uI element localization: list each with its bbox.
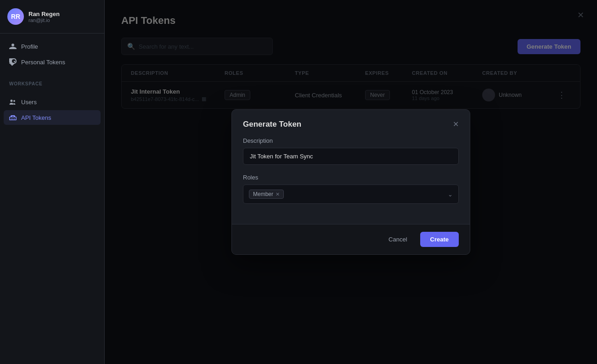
avatar: RR: [7, 8, 24, 25]
sidebar-user-email: ran@jit.io: [28, 17, 60, 23]
sidebar-user: RR Ran Regen ran@jit.io: [0, 0, 104, 34]
users-icon: [9, 98, 17, 106]
sidebar-item-api-tokens-label: API Tokens: [21, 114, 51, 121]
modal-title: Generate Token: [243, 120, 301, 129]
cancel-button[interactable]: Cancel: [381, 232, 414, 246]
sidebar-item-profile-label: Profile: [21, 43, 38, 50]
sidebar-item-personal-tokens[interactable]: Personal Tokens: [4, 55, 101, 69]
roles-field: Roles Member ✕ ⌄: [243, 174, 459, 204]
chevron-down-icon: ⌄: [448, 191, 453, 198]
sidebar-item-personal-tokens-label: Personal Tokens: [21, 59, 65, 66]
member-tag: Member ✕: [249, 190, 284, 199]
workspace-section-label: WORKSPACE: [0, 75, 104, 89]
description-input[interactable]: [243, 148, 459, 165]
sidebar-user-info: Ran Regen ran@jit.io: [28, 11, 60, 23]
create-button[interactable]: Create: [420, 232, 459, 247]
sidebar: RR Ran Regen ran@jit.io Profile Personal…: [0, 0, 105, 364]
generate-token-modal: Generate Token ✕ Description Roles Membe…: [231, 109, 470, 255]
sidebar-nav-workspace: Users API Tokens: [0, 89, 104, 130]
description-field: Description: [243, 137, 459, 165]
modal-overlay: Generate Token ✕ Description Roles Membe…: [105, 0, 597, 364]
key-icon: [9, 58, 17, 66]
description-label: Description: [243, 137, 459, 144]
person-icon: [9, 43, 17, 50]
sidebar-user-name: Ran Regen: [28, 11, 60, 17]
sidebar-item-api-tokens[interactable]: API Tokens: [4, 110, 101, 125]
roles-selected-tags: Member ✕: [249, 190, 284, 199]
sidebar-nav-profile: Profile Personal Tokens: [0, 34, 104, 75]
sidebar-item-profile[interactable]: Profile: [4, 39, 101, 54]
modal-body: Description Roles Member ✕ ⌄: [232, 137, 470, 224]
modal-close-icon[interactable]: ✕: [453, 121, 459, 128]
modal-header: Generate Token ✕: [232, 110, 470, 137]
member-tag-remove[interactable]: ✕: [276, 191, 280, 197]
api-tokens-icon: [9, 114, 17, 121]
roles-dropdown[interactable]: Member ✕ ⌄: [243, 185, 459, 204]
modal-footer: Cancel Create: [232, 224, 470, 254]
main-content: ✕ API Tokens 🔍 Generate Token Descriptio…: [105, 0, 597, 364]
sidebar-item-users[interactable]: Users: [4, 95, 101, 109]
roles-label: Roles: [243, 174, 459, 181]
sidebar-item-users-label: Users: [21, 99, 37, 106]
member-tag-label: Member: [253, 191, 273, 197]
